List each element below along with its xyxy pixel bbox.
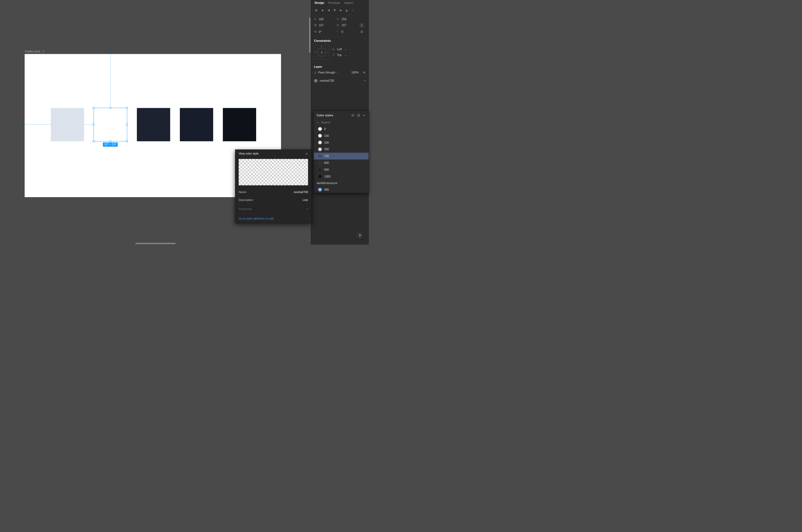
opacity-field[interactable]: 100% <box>351 71 359 74</box>
style-group-header: darkMode/azure <box>313 180 368 186</box>
fill-style-row[interactable]: neutral/700 − <box>311 77 369 85</box>
radius-field[interactable]: ⌜0 <box>337 30 358 33</box>
tab-design[interactable]: Design <box>315 1 324 5</box>
resize-handle[interactable] <box>126 107 128 109</box>
style-item-100[interactable]: 100 <box>313 132 368 139</box>
align-left-icon[interactable] <box>314 8 319 13</box>
style-item-label: 800 <box>324 161 329 165</box>
fill-swatch-icon <box>314 79 317 82</box>
alignment-controls: ⋮ <box>311 7 369 15</box>
name-value: neutral/700 <box>294 190 308 194</box>
svg-rect-8 <box>359 116 360 117</box>
style-item-label: 900 <box>324 168 329 171</box>
color-styles-panel: Color styles + Search 010020030070080090… <box>313 111 369 193</box>
style-item-900[interactable]: 900 <box>313 166 368 173</box>
style-item-800[interactable]: 800 <box>313 159 368 166</box>
fill-style-name: neutral/700 <box>320 79 334 82</box>
constraints-widget[interactable]: + <box>314 45 329 60</box>
panel-tabs: Design Prototype Inspect <box>311 0 369 7</box>
resize-handle[interactable] <box>126 140 128 142</box>
description-value: Line <box>303 198 308 202</box>
description-label: Description <box>239 198 253 202</box>
constraints-section: Constraints + ⇤Left⌄ ⤒Top⌄ <box>311 36 369 62</box>
style-swatch-icon <box>318 154 322 158</box>
resize-handle[interactable] <box>93 124 94 125</box>
resize-handle[interactable] <box>93 140 94 142</box>
canvas-scrollbar-horizontal[interactable] <box>135 243 176 244</box>
style-item-label: 1000 <box>324 175 331 178</box>
swatch-dark-1[interactable] <box>137 108 170 141</box>
w-field[interactable]: W157 <box>314 23 335 27</box>
style-item-label: 0 <box>324 127 326 131</box>
swatch-dark-3[interactable] <box>223 108 256 141</box>
style-swatch-icon <box>318 148 322 151</box>
style-swatch-icon <box>318 188 322 191</box>
canvas-scrollbar-vertical[interactable] <box>309 18 311 53</box>
style-description-row: Description Line <box>235 196 312 204</box>
rotation-field[interactable]: ⟲0° <box>314 30 335 33</box>
layer-title: Layer <box>314 65 366 69</box>
resize-handle[interactable] <box>126 124 128 125</box>
selection-dimensions-badge: 157 × 157 <box>103 142 117 147</box>
resize-handle[interactable] <box>109 140 111 142</box>
style-item-0[interactable]: 0 <box>313 126 368 132</box>
blend-mode-icon: ◇ <box>314 71 316 74</box>
resize-handle[interactable] <box>93 107 94 109</box>
style-item-label: 700 <box>324 154 329 157</box>
align-right-icon[interactable] <box>326 8 331 13</box>
svg-point-4 <box>364 72 365 73</box>
style-item-label: 100 <box>324 134 329 137</box>
x-field[interactable]: X320 <box>314 18 335 21</box>
frame-label: Twitter post - 1 <box>24 50 44 53</box>
align-hcenter-icon[interactable] <box>320 8 325 13</box>
style-item-200[interactable]: 200 <box>313 139 368 146</box>
style-item-1000[interactable]: 1000 <box>313 173 368 180</box>
align-top-icon[interactable] <box>332 8 337 13</box>
search-placeholder: Search <box>321 121 330 124</box>
y-field[interactable]: Y259 <box>337 18 358 21</box>
link-wh-icon[interactable] <box>360 23 364 27</box>
style-item-400[interactable]: 400 <box>313 186 368 193</box>
h-field[interactable]: H157 <box>337 23 358 27</box>
style-swatch-icon <box>318 174 322 178</box>
properties-label: Properties <box>239 207 252 211</box>
style-item-label: 300 <box>324 148 329 151</box>
svg-rect-6 <box>359 114 360 115</box>
library-icon[interactable] <box>351 114 355 117</box>
selected-swatch[interactable]: 157 × 157 <box>93 108 127 141</box>
view-color-style-popover: View color style Name neutral/700 Descri… <box>235 149 312 223</box>
swatch-dark-2[interactable] <box>180 108 213 141</box>
blend-mode-select[interactable]: Pass through⌄ <box>318 71 339 74</box>
grid-view-icon[interactable] <box>357 114 361 117</box>
svg-rect-1 <box>362 31 362 32</box>
tab-inspect[interactable]: Inspect <box>344 1 353 5</box>
style-item-700[interactable]: 700 <box>313 153 368 159</box>
independent-corners-icon[interactable] <box>360 30 364 34</box>
style-properties-row: Properties + <box>235 204 312 214</box>
svg-rect-5 <box>358 114 358 115</box>
style-item-300[interactable]: 300 <box>313 146 368 153</box>
align-vcenter-icon[interactable] <box>338 8 343 13</box>
visibility-toggle-icon[interactable] <box>363 71 366 74</box>
swatch-neutral-light[interactable] <box>51 108 84 141</box>
resize-handle[interactable] <box>109 107 111 109</box>
transform-properties: X320 Y259 W157 H157 ⟲0° ⌜0 <box>311 15 369 36</box>
constraint-vertical-select[interactable]: ⤒Top⌄ <box>332 53 347 57</box>
styles-search[interactable]: Search <box>313 119 368 126</box>
close-icon[interactable] <box>305 152 308 155</box>
tidy-icon[interactable]: ⋮ <box>357 8 361 13</box>
constraint-horizontal-select[interactable]: ⇤Left⌄ <box>332 48 347 51</box>
svg-rect-3 <box>362 32 362 33</box>
svg-rect-7 <box>358 116 358 117</box>
style-item-label: 200 <box>324 141 329 144</box>
style-swatch-icon <box>318 161 322 165</box>
add-style-icon[interactable]: + <box>362 113 365 118</box>
help-button[interactable]: ? <box>356 232 364 240</box>
align-bottom-icon[interactable] <box>344 8 349 13</box>
tab-prototype[interactable]: Prototype <box>328 1 340 5</box>
style-swatch-icon <box>318 168 322 171</box>
detach-style-icon[interactable]: − <box>364 79 366 83</box>
go-to-definition-link[interactable]: Go to style definition to edit <box>235 214 312 223</box>
add-property-icon[interactable]: + <box>306 207 308 211</box>
distribute-icon[interactable] <box>350 8 355 13</box>
